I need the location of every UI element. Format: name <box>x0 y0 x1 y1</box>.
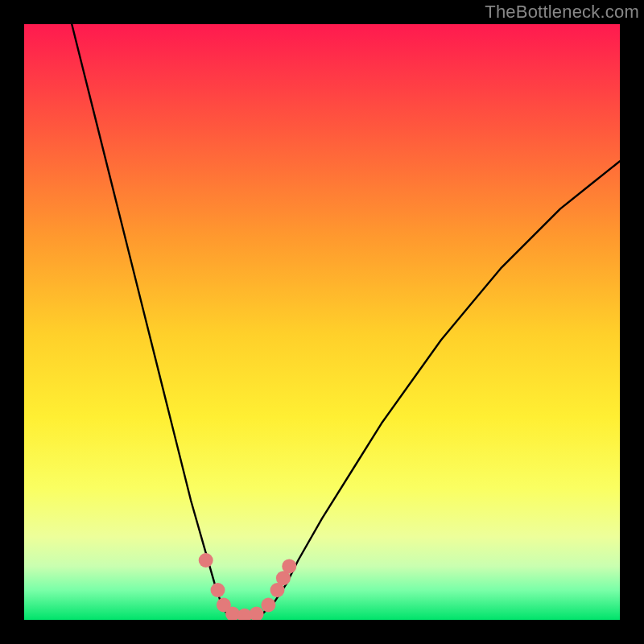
watermark-label: TheBottleneck.com <box>485 2 639 23</box>
chart-canvas: TheBottleneck.com <box>0 0 644 644</box>
plot-area <box>24 24 620 620</box>
data-point <box>282 559 296 573</box>
data-point <box>199 553 213 568</box>
curve-line <box>72 24 620 617</box>
data-point <box>211 583 225 597</box>
data-point <box>250 607 264 620</box>
chart-svg <box>24 24 620 620</box>
data-point <box>261 598 275 613</box>
